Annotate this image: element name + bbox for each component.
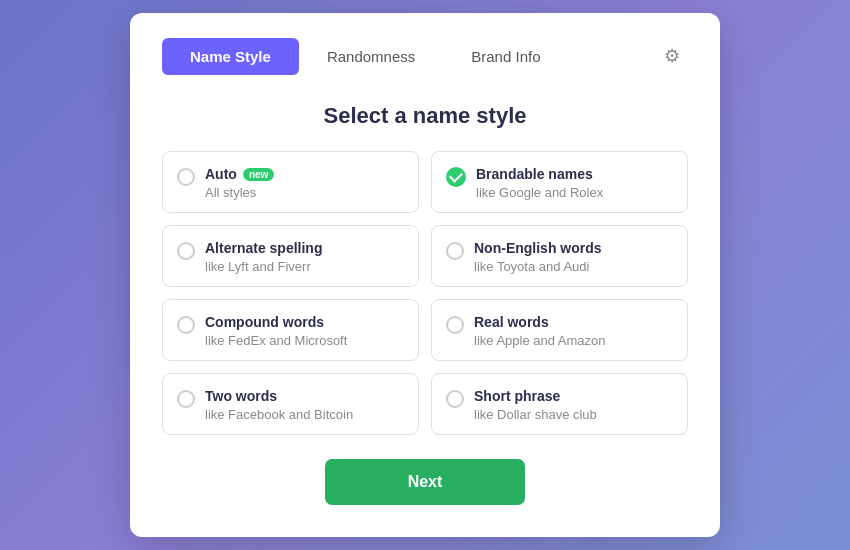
tab-randomness[interactable]: Randomness (299, 38, 443, 75)
option-short-phrase-label: Short phrase (474, 388, 597, 404)
option-alternate-desc: like Lyft and Fiverr (205, 259, 322, 274)
new-badge: new (243, 168, 274, 181)
option-two-words-label: Two words (205, 388, 353, 404)
option-short-phrase-desc: like Dollar shave club (474, 407, 597, 422)
option-real-desc: like Apple and Amazon (474, 333, 606, 348)
next-button[interactable]: Next (325, 459, 525, 505)
option-compound-label: Compound words (205, 314, 347, 330)
page-title: Select a name style (162, 103, 688, 129)
radio-two-words (177, 390, 195, 408)
check-brandable (446, 167, 466, 187)
radio-real (446, 316, 464, 334)
option-auto-label: Auto (205, 166, 237, 182)
option-compound[interactable]: Compound words like FedEx and Microsoft (162, 299, 419, 361)
option-two-words[interactable]: Two words like Facebook and Bitcoin (162, 373, 419, 435)
option-auto-desc: All styles (205, 185, 274, 200)
next-button-wrap: Next (162, 459, 688, 505)
option-brandable[interactable]: Brandable names like Google and Rolex (431, 151, 688, 213)
radio-auto (177, 168, 195, 186)
option-brandable-desc: like Google and Rolex (476, 185, 603, 200)
modal-container: Name Style Randomness Brand Info ⚙ Selec… (130, 13, 720, 537)
option-non-english-label: Non-English words (474, 240, 602, 256)
option-alternate[interactable]: Alternate spelling like Lyft and Fiverr (162, 225, 419, 287)
option-compound-desc: like FedEx and Microsoft (205, 333, 347, 348)
option-short-phrase[interactable]: Short phrase like Dollar shave club (431, 373, 688, 435)
option-two-words-desc: like Facebook and Bitcoin (205, 407, 353, 422)
radio-compound (177, 316, 195, 334)
option-brandable-label: Brandable names (476, 166, 603, 182)
option-real[interactable]: Real words like Apple and Amazon (431, 299, 688, 361)
options-grid: Auto new All styles Brandable names like… (162, 151, 688, 435)
tab-bar: Name Style Randomness Brand Info ⚙ (162, 37, 688, 75)
option-non-english-desc: like Toyota and Audi (474, 259, 602, 274)
option-alternate-label: Alternate spelling (205, 240, 322, 256)
option-real-label: Real words (474, 314, 606, 330)
tab-name-style[interactable]: Name Style (162, 38, 299, 75)
radio-short-phrase (446, 390, 464, 408)
option-non-english[interactable]: Non-English words like Toyota and Audi (431, 225, 688, 287)
option-auto[interactable]: Auto new All styles (162, 151, 419, 213)
tab-brand-info[interactable]: Brand Info (443, 38, 568, 75)
radio-non-english (446, 242, 464, 260)
radio-alternate (177, 242, 195, 260)
gear-icon[interactable]: ⚙ (656, 37, 688, 75)
